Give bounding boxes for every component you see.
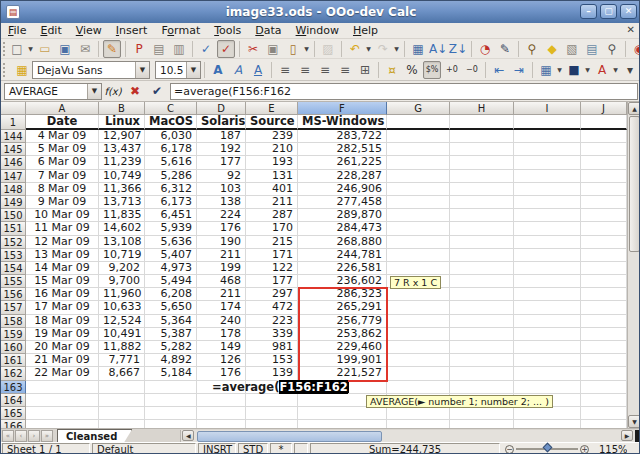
cell[interactable]: [246, 420, 298, 428]
cell[interactable]: [387, 420, 450, 428]
cell[interactable]: 12,907: [99, 130, 145, 143]
column-header-E[interactable]: E: [246, 102, 298, 115]
cell[interactable]: 6,312: [145, 183, 197, 196]
cell[interactable]: 149: [197, 341, 246, 354]
cell[interactable]: [514, 301, 581, 314]
cell[interactable]: [450, 249, 514, 262]
cell[interactable]: 10,633: [99, 301, 145, 314]
cell[interactable]: 5,286: [145, 170, 197, 183]
cell[interactable]: [26, 394, 99, 407]
cell[interactable]: [387, 341, 450, 354]
header-cell[interactable]: Source: [246, 115, 298, 130]
horizontal-scroll-thumb[interactable]: [197, 431, 382, 442]
menu-edit[interactable]: Edit: [33, 23, 68, 38]
cell[interactable]: [99, 407, 145, 420]
cell[interactable]: [26, 381, 99, 394]
cell[interactable]: [197, 407, 246, 420]
cell[interactable]: 16 Mar 09: [26, 288, 99, 301]
cell[interactable]: [450, 315, 514, 328]
font-name-select[interactable]: DejaVu Sans ▼: [32, 61, 150, 79]
chevron-down-icon[interactable]: ▼: [87, 84, 101, 99]
cell[interactable]: 190: [197, 236, 246, 249]
cell[interactable]: 5 Mar 09: [26, 143, 99, 156]
vertical-scroll-thumb[interactable]: [629, 116, 640, 252]
cell[interactable]: 174: [197, 301, 246, 314]
row-header-158[interactable]: 158: [1, 315, 26, 328]
cell[interactable]: 177: [197, 156, 246, 169]
cell[interactable]: [387, 262, 450, 275]
cell[interactable]: 131: [246, 170, 298, 183]
next-sheet-icon[interactable]: ›: [28, 430, 40, 442]
cell[interactable]: [514, 222, 581, 235]
paste-button[interactable]: ▯: [284, 40, 302, 58]
navigator-button[interactable]: ◆: [543, 40, 561, 58]
zoom-track[interactable]: [516, 448, 578, 450]
cell[interactable]: 9,700: [99, 275, 145, 288]
sort-descending-button[interactable]: Z↓: [449, 40, 467, 58]
row-header-160[interactable]: 160: [1, 341, 26, 354]
column-header-A[interactable]: A: [26, 102, 99, 115]
vertical-scrollbar[interactable]: ▲ ▼: [627, 102, 640, 428]
close-button[interactable]: ✕: [620, 4, 637, 19]
chevron-down-icon[interactable]: ▼: [186, 62, 200, 78]
cell[interactable]: 12,524: [99, 315, 145, 328]
cell[interactable]: [99, 420, 145, 428]
cell[interactable]: [581, 249, 627, 262]
cell[interactable]: 5,387: [145, 328, 197, 341]
cell[interactable]: [581, 315, 627, 328]
cell[interactable]: 239: [246, 130, 298, 143]
cell[interactable]: 226,581: [298, 262, 387, 275]
align-center-button[interactable]: ≡: [296, 61, 314, 79]
cell[interactable]: 6,451: [145, 209, 197, 222]
row-header-165[interactable]: 165: [1, 407, 26, 420]
cell[interactable]: 4,973: [145, 262, 197, 275]
cell[interactable]: 6,178: [145, 143, 197, 156]
cell[interactable]: [514, 407, 581, 420]
row-header-150[interactable]: 150: [1, 209, 26, 222]
minimize-button[interactable]: –: [580, 4, 597, 19]
zoom-out-icon[interactable]: −: [505, 445, 514, 454]
row-header-146[interactable]: 146: [1, 156, 26, 169]
header-cell[interactable]: Solaris: [197, 115, 246, 130]
previous-sheet-icon[interactable]: ‹: [15, 430, 27, 442]
cell[interactable]: 11,882: [99, 341, 145, 354]
insert-chart-button[interactable]: ◔: [476, 40, 494, 58]
cell[interactable]: 6,173: [145, 196, 197, 209]
print-button[interactable]: ▤: [150, 40, 168, 58]
sum-display[interactable]: Sum=244,735: [310, 443, 500, 454]
cell[interactable]: [514, 315, 581, 328]
row-header-156[interactable]: 156: [1, 288, 26, 301]
chevron-down-icon[interactable]: ▼: [556, 66, 563, 73]
cell[interactable]: [581, 341, 627, 354]
cell[interactable]: [450, 156, 514, 169]
cell[interactable]: 7 Mar 09: [26, 170, 99, 183]
cell[interactable]: 192: [197, 143, 246, 156]
cell[interactable]: 246,906: [298, 183, 387, 196]
row-header-149[interactable]: 149: [1, 196, 26, 209]
menu-data[interactable]: Data: [248, 23, 288, 38]
menu-file[interactable]: File: [1, 23, 33, 38]
cell[interactable]: 199,901: [298, 354, 387, 367]
header-cell[interactable]: Date: [26, 115, 99, 130]
cell[interactable]: 268,880: [298, 236, 387, 249]
data-sources-button[interactable]: ▤: [583, 40, 601, 58]
cut-button[interactable]: ✂: [244, 40, 262, 58]
row-header-153[interactable]: 153: [1, 249, 26, 262]
zoom-button[interactable]: ⚲: [603, 40, 621, 58]
cell[interactable]: 17 Mar 09: [26, 301, 99, 314]
cell[interactable]: [387, 301, 450, 314]
cell[interactable]: [387, 249, 450, 262]
cell[interactable]: [450, 196, 514, 209]
menu-tools[interactable]: Tools: [207, 23, 248, 38]
column-header-B[interactable]: B: [99, 102, 145, 115]
cell[interactable]: [581, 196, 627, 209]
cell[interactable]: 13 Mar 09: [26, 249, 99, 262]
cell[interactable]: [387, 288, 450, 301]
cell[interactable]: [581, 381, 627, 394]
cell[interactable]: 122: [246, 262, 298, 275]
cell[interactable]: 221,527: [298, 367, 387, 380]
cell[interactable]: [298, 407, 387, 420]
cell[interactable]: 18 Mar 09: [26, 315, 99, 328]
zoom-slider[interactable]: − +: [501, 443, 593, 454]
accept-icon[interactable]: ✔: [148, 83, 166, 100]
